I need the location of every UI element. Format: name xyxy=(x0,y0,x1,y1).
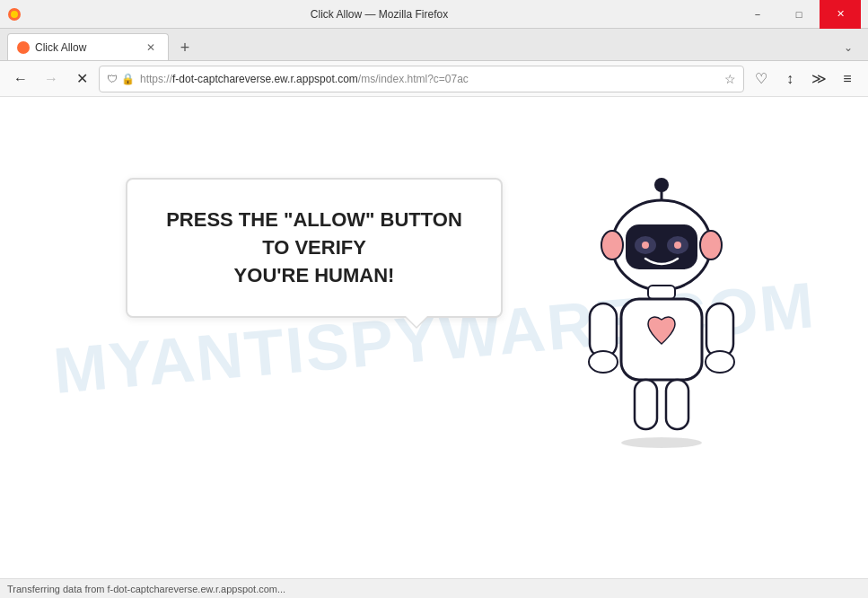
lock-icon: 🔒 xyxy=(121,73,135,85)
sync-button[interactable]: ↕ xyxy=(776,66,803,92)
new-tab-button[interactable]: + xyxy=(172,35,197,60)
reload-stop-button[interactable]: ✕ xyxy=(68,66,95,92)
url-protocol: https:// xyxy=(140,73,172,85)
shield-icon: 🛡 xyxy=(107,73,118,85)
status-text: Transferring data from f-dot-captchareve… xyxy=(7,584,285,594)
statusbar: Transferring data from f-dot-captchareve… xyxy=(0,578,868,598)
extensions-button[interactable]: ≫ xyxy=(805,66,832,92)
forward-button[interactable]: → xyxy=(38,66,65,92)
svg-point-11 xyxy=(700,231,722,259)
close-button[interactable]: ✕ xyxy=(820,0,861,29)
tab-list-button[interactable]: ⌄ xyxy=(836,35,861,60)
svg-rect-14 xyxy=(590,303,617,357)
minimize-button[interactable]: − xyxy=(737,0,778,29)
svg-point-16 xyxy=(589,351,618,373)
window-controls: − □ ✕ xyxy=(737,0,861,29)
speech-line2: YOU'RE HUMAN! xyxy=(234,264,395,286)
firefox-icon xyxy=(7,7,22,22)
svg-point-3 xyxy=(654,178,669,192)
page-content: MYANTISPYWARE.COM PRESS THE "ALLOW" BUTT… xyxy=(0,97,868,578)
urlbar-text: https://f-dot-captchareverse.ew.r.appspo… xyxy=(140,73,719,85)
speech-bubble-text: PRESS THE "ALLOW" BUTTON TO VERIFY YOU'R… xyxy=(163,207,465,289)
svg-rect-12 xyxy=(648,286,675,299)
bookmark-button[interactable]: ♡ xyxy=(748,66,775,92)
navbar: ← → ✕ 🛡 🔒 https://f-dot-captchareverse.e… xyxy=(0,61,868,97)
window-title: Click Allow — Mozilla Firefox xyxy=(22,8,737,21)
urlbar-security-icons: 🛡 🔒 xyxy=(107,73,135,85)
bookmark-star-icon[interactable]: ☆ xyxy=(724,72,736,86)
titlebar: Click Allow — Mozilla Firefox − □ ✕ xyxy=(0,0,868,29)
tabbar: Click Allow ✕ + ⌄ xyxy=(0,29,868,61)
menu-button[interactable]: ≡ xyxy=(834,66,861,92)
svg-point-17 xyxy=(706,351,734,373)
urlbar[interactable]: 🛡 🔒 https://f-dot-captchareverse.ew.r.ap… xyxy=(99,66,744,92)
url-path: /ms/index.html?c=07ac xyxy=(358,73,469,85)
robot-svg xyxy=(572,178,751,465)
robot-illustration xyxy=(572,178,796,519)
maximize-button[interactable]: □ xyxy=(778,0,820,29)
tab-title: Click Allow xyxy=(35,41,137,54)
url-domain: f-dot-captchareverse.ew.r.appspot.com xyxy=(172,73,358,85)
active-tab[interactable]: Click Allow ✕ xyxy=(7,33,169,60)
speech-bubble: PRESS THE "ALLOW" BUTTON TO VERIFY YOU'R… xyxy=(126,178,503,318)
nav-action-buttons: ♡ ↕ ≫ ≡ xyxy=(748,66,861,92)
speech-line1: PRESS THE "ALLOW" BUTTON TO VERIFY xyxy=(166,208,462,259)
tab-close-button[interactable]: ✕ xyxy=(143,40,159,56)
back-button[interactable]: ← xyxy=(7,66,34,92)
svg-rect-18 xyxy=(635,380,657,429)
speech-bubble-container: PRESS THE "ALLOW" BUTTON TO VERIFY YOU'R… xyxy=(126,178,503,318)
svg-rect-15 xyxy=(706,303,733,357)
svg-point-9 xyxy=(674,242,681,249)
svg-rect-19 xyxy=(666,380,688,429)
svg-point-20 xyxy=(621,437,702,448)
svg-point-8 xyxy=(642,242,649,249)
svg-point-10 xyxy=(601,231,623,259)
svg-point-1 xyxy=(11,11,18,18)
tab-favicon xyxy=(17,41,30,54)
